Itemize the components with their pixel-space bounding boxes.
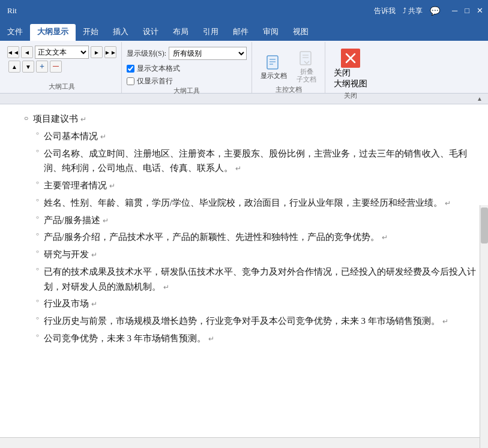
outline-text[interactable]: 产品/服务描述 ↵: [44, 213, 476, 228]
show-text-format-label: 显示文本格式: [137, 64, 180, 74]
tab-start[interactable]: 开始: [76, 24, 106, 41]
bullet: ○: [36, 332, 39, 340]
close-label: 关闭: [344, 91, 357, 102]
bullet: ○: [36, 266, 39, 273]
ribbon: ◄◄ ◄ 正文文本 标题1 标题2 ► ►► ▲ ▼ + ─ 大纲工具: [0, 41, 488, 94]
outline-tools-label: 大纲工具: [49, 82, 75, 93]
level-label: 显示级别(S):: [127, 49, 166, 59]
promote-max-button[interactable]: ◄◄: [7, 46, 19, 58]
list-item: ○ 已有的技术成果及技术水平，研发队伍技术水平、竞争力及对外合作情况，已经投入的…: [36, 264, 476, 294]
level-select[interactable]: 所有级别 1级 2级 3级: [169, 47, 247, 60]
demote-max-button[interactable]: ►►: [104, 46, 116, 58]
share-button[interactable]: ⤴ 共享: [403, 6, 423, 16]
tab-layout[interactable]: 布局: [166, 24, 196, 41]
list-item: ○ 行业及市场 ↵: [36, 296, 476, 311]
title-bar: Rit 告诉我 ⤴ 共享 💬 ─ □ ✕: [0, 0, 488, 22]
move-down-button[interactable]: ▼: [22, 61, 34, 73]
close-window-button[interactable]: ✕: [477, 6, 483, 16]
master-doc-label: 主控文档: [276, 85, 302, 96]
outline-text[interactable]: 行业及市场 ↵: [44, 296, 476, 311]
demote-button[interactable]: ►: [91, 46, 103, 58]
style-select[interactable]: 正文文本 标题1 标题2: [35, 46, 89, 59]
ribbon-tabs: 文件 大纲显示 开始 插入 设计 布局 引用 邮件 审阅 视图: [0, 22, 488, 41]
tab-review[interactable]: 审阅: [256, 24, 286, 41]
master-doc-section: 显示文档 折叠子文档 主控文档: [252, 42, 325, 93]
tab-mail[interactable]: 邮件: [226, 24, 256, 41]
fold-subdoc-icon: [297, 49, 316, 68]
bullet: ○: [36, 248, 39, 256]
expand-button[interactable]: +: [36, 61, 48, 73]
tab-design[interactable]: 设计: [136, 24, 166, 41]
show-first-line-label: 仅显示首行: [137, 76, 173, 86]
tell-me-button[interactable]: 告诉我: [374, 6, 396, 16]
outline-tools-section: ◄◄ ◄ 正文文本 标题1 标题2 ► ►► ▲ ▼ + ─ 大纲工具: [2, 42, 122, 93]
promote-button[interactable]: ◄: [21, 46, 33, 58]
move-up-button[interactable]: ▲: [8, 61, 20, 73]
doc-wrapper: ○ 项目建议书 ↵ ○ 公司基本情况 ↵ ○ 公司名称、成立时间、注册地区、注册…: [0, 104, 488, 437]
show-doc-button[interactable]: 显示文档: [257, 51, 291, 82]
show-options-label: 大纲工具: [173, 86, 200, 97]
outline-text[interactable]: 公司基本情况 ↵: [44, 129, 476, 144]
tab-file[interactable]: 文件: [0, 24, 30, 41]
show-text-format-input[interactable]: [127, 65, 134, 73]
fold-subdoc-button[interactable]: 折叠子文档: [293, 47, 320, 85]
scrollbar[interactable]: [480, 205, 488, 448]
outline-text[interactable]: 项目建议书 ↵: [33, 112, 476, 127]
minimize-button[interactable]: ─: [452, 6, 457, 16]
bullet: ○: [36, 214, 39, 222]
show-options-section: 显示级别(S): 所有级别 1级 2级 3级 显示文本格式 仅显示首行 大纲工具: [122, 42, 252, 93]
fold-subdoc-label: 折叠子文档: [297, 68, 316, 83]
tab-reference[interactable]: 引用: [196, 24, 226, 41]
close-outline-icon: [341, 49, 360, 68]
collapse-ribbon-button[interactable]: ▲: [475, 94, 484, 104]
bullet: ○: [36, 197, 39, 205]
scrollbar-thumb[interactable]: [481, 208, 488, 243]
outline-text[interactable]: 姓名、性别、年龄、籍贯，学历/学位、毕业院校，政治面目，行业从业年限，主要经历和…: [44, 196, 476, 211]
app-title: Rit: [7, 6, 17, 16]
show-text-format-checkbox[interactable]: 显示文本格式: [127, 64, 247, 74]
outline-text[interactable]: 主要管理者情况 ↵: [44, 178, 476, 193]
bullet: ○: [36, 179, 39, 187]
outline-text[interactable]: 研究与开发 ↵: [44, 247, 476, 262]
outline-text[interactable]: 已有的技术成果及技术水平，研发队伍技术水平、竞争力及对外合作情况，已经投入的研发…: [44, 264, 476, 294]
comments-button[interactable]: 💬: [430, 6, 440, 16]
ruler-strip: ▲: [0, 94, 488, 104]
outline-text[interactable]: 行业历史与前景，市场规模及增长趋势，行业竞争对手及本公司竞争优势，未来 3 年市…: [44, 314, 476, 329]
svg-rect-0: [267, 56, 278, 69]
bullet: ○: [24, 113, 28, 124]
show-first-line-input[interactable]: [127, 77, 134, 85]
bullet: ○: [36, 130, 39, 138]
close-outline-label: 关闭大纲视图: [334, 68, 367, 89]
doc-area: ○ 项目建议书 ↵ ○ 公司基本情况 ↵ ○ 公司名称、成立时间、注册地区、注册…: [0, 104, 488, 437]
list-item: ○ 产品/服务描述 ↵: [36, 213, 476, 228]
list-item: ○ 研究与开发 ↵: [36, 247, 476, 262]
outline-list: ○ 项目建议书 ↵ ○ 公司基本情况 ↵ ○ 公司名称、成立时间、注册地区、注册…: [24, 112, 476, 346]
list-item: ○ 公司名称、成立时间、注册地区、注册资本，主要股东、股份比例，主营业务，过去三…: [36, 146, 476, 176]
outline-text[interactable]: 公司名称、成立时间、注册地区、注册资本，主要股东、股份比例，主营业务，过去三年的…: [44, 146, 476, 176]
outline-text[interactable]: 产品/服务介绍，产品技术水平，产品的新颖性、先进性和独特性，产品的竞争优势。 ↵: [44, 230, 476, 245]
bullet: ○: [36, 297, 39, 305]
close-section: 关闭大纲视图 关闭: [325, 42, 376, 93]
list-item: ○ 公司竞争优势，未来 3 年市场销售预测。 ↵: [36, 331, 476, 346]
tab-view[interactable]: 视图: [286, 24, 316, 41]
outline-text[interactable]: 公司竞争优势，未来 3 年市场销售预测。 ↵: [44, 331, 476, 346]
show-doc-icon: [264, 53, 283, 72]
bullet: ○: [36, 231, 39, 239]
restore-button[interactable]: □: [465, 6, 469, 16]
list-item: ○ 姓名、性别、年龄、籍贯，学历/学位、毕业院校，政治面目，行业从业年限，主要经…: [36, 196, 476, 211]
list-item: ○ 产品/服务介绍，产品技术水平，产品的新颖性、先进性和独特性，产品的竞争优势。…: [36, 230, 476, 245]
show-doc-label: 显示文档: [261, 72, 287, 80]
collapse-button[interactable]: ─: [50, 61, 62, 73]
list-item: ○ 项目建议书 ↵: [24, 112, 476, 127]
close-outline-button[interactable]: 关闭大纲视图: [330, 47, 371, 91]
tab-insert[interactable]: 插入: [106, 24, 136, 41]
bullet: ○: [36, 315, 39, 323]
list-item: ○ 公司基本情况 ↵: [36, 129, 476, 144]
bullet: ○: [36, 148, 39, 155]
level-row: 显示级别(S): 所有级别 1级 2级 3级: [127, 47, 247, 60]
show-first-line-checkbox[interactable]: 仅显示首行: [127, 76, 247, 86]
tab-outline[interactable]: 大纲显示: [30, 24, 76, 41]
list-item: ○ 主要管理者情况 ↵: [36, 178, 476, 193]
status-bar: [0, 437, 488, 448]
title-bar-right: 告诉我 ⤴ 共享 💬 ─ □ ✕: [374, 6, 483, 16]
